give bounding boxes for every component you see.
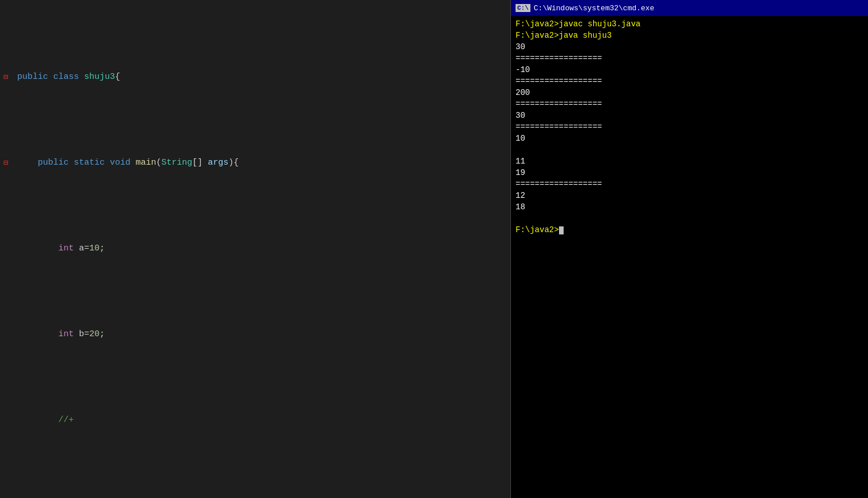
cmd-titlebar: C:\ C:\Windows\system32\cmd.exe xyxy=(511,0,868,16)
cmd-output-10: ================== xyxy=(516,121,863,133)
cmd-content[interactable]: F:\java2>javac shuju3.java F:\java2>java… xyxy=(511,16,868,498)
line-marker-1: ⊟ xyxy=(0,69,11,86)
cmd-output-13: 11 xyxy=(516,156,863,167)
cmd-output-7: 200 xyxy=(516,87,863,98)
kw-public: public xyxy=(17,69,53,86)
cmd-output-5: -10 xyxy=(516,64,863,75)
cmd-output-6: ================== xyxy=(516,75,863,87)
code-line-2: ⊟ public static void main(String[] args)… xyxy=(0,154,510,172)
code-line-3: int a=10; xyxy=(0,240,510,257)
class-name: shuju3 xyxy=(84,69,115,86)
code-area[interactable]: ⊟ public class shuju3{ ⊟ public static v… xyxy=(0,0,510,498)
cmd-icon: C:\ xyxy=(516,4,530,12)
code-line-1: ⊟ public class shuju3{ xyxy=(0,69,510,86)
cmd-output-4: ================== xyxy=(516,53,863,64)
cmd-output-3: 30 xyxy=(516,41,863,53)
cmd-output-15: ================== xyxy=(516,178,863,190)
cmd-panel: C:\ C:\Windows\system32\cmd.exe F:\java2… xyxy=(511,0,868,498)
code-line-4: int b=20; xyxy=(0,326,510,343)
code-line-5: //+ xyxy=(0,412,510,429)
cmd-title: C:\Windows\system32\cmd.exe xyxy=(534,4,655,13)
cmd-cursor xyxy=(559,226,564,234)
cmd-output-12 xyxy=(516,144,863,156)
kw-class: class xyxy=(53,69,84,86)
cmd-output-17: 18 xyxy=(516,201,863,213)
cmd-output-14: 19 xyxy=(516,167,863,178)
cmd-output-8: ================== xyxy=(516,98,863,110)
cmd-output-1: F:\java2>javac shuju3.java xyxy=(516,18,863,30)
cmd-output-16: 12 xyxy=(516,190,863,201)
cmd-output-18 xyxy=(516,213,863,224)
cmd-output-9: 30 xyxy=(516,110,863,121)
cmd-output-11: 10 xyxy=(516,133,863,144)
line-marker-2: ⊟ xyxy=(0,154,11,172)
cmd-output-2: F:\java2>java shuju3 xyxy=(516,30,863,41)
cmd-prompt: F:\java2> xyxy=(516,224,863,236)
editor-panel: ⊟ public class shuju3{ ⊟ public static v… xyxy=(0,0,511,498)
